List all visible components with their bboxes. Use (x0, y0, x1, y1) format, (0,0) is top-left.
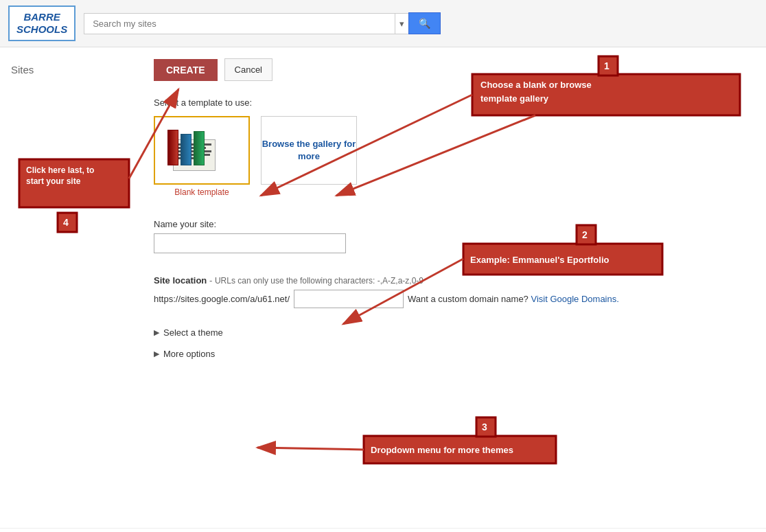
browse-template-card[interactable]: Browse the gallery for more (261, 116, 357, 185)
template-section: Select a template to use: (154, 97, 750, 197)
url-input[interactable] (294, 290, 404, 308)
more-options-chevron-icon: ▶ (154, 349, 159, 358)
more-options-header[interactable]: ▶ More options (154, 346, 750, 362)
sidebar: Sites (0, 47, 137, 528)
main-layout: Sites CREATE Cancel Select a template to… (0, 47, 766, 528)
theme-header[interactable]: ▶ Select a theme (154, 325, 750, 340)
theme-label: Select a theme (163, 327, 223, 338)
theme-section: ▶ Select a theme (154, 325, 750, 340)
more-options-section: ▶ More options (154, 346, 750, 362)
search-container: ▾ 🔍 (84, 12, 441, 34)
content-area: CREATE Cancel Select a template to use: (137, 47, 766, 528)
browse-template-text: Browse the gallery for more (262, 138, 356, 163)
blank-template-icon (167, 123, 236, 178)
visit-google-domains-link[interactable]: Visit Google Domains. (531, 294, 618, 304)
footer: ©2016 Google | Report an Issue | Help Ce… (0, 528, 766, 532)
blank-template-wrapper: Blank template (154, 116, 250, 197)
more-options-label: More options (163, 349, 215, 359)
location-row: https://sites.google.com/a/u61.net/ Want… (154, 290, 750, 308)
location-label: Site location (154, 275, 207, 286)
search-dropdown-btn[interactable]: ▾ (395, 13, 408, 34)
sidebar-title: Sites (0, 58, 137, 81)
blank-template-label[interactable]: Blank template (154, 187, 250, 197)
logo-text: BARRESCHOOLS (16, 11, 67, 36)
theme-chevron-icon: ▶ (154, 328, 159, 337)
location-section: Site location - URLs can only use the fo… (154, 275, 750, 308)
url-hint: URLs can only use the following characte… (215, 276, 423, 286)
logo: BARRESCHOOLS (8, 5, 76, 41)
cancel-button[interactable]: Cancel (224, 58, 272, 81)
search-button[interactable]: 🔍 (408, 12, 441, 34)
custom-domain-text: Want a custom domain name? Visit Google … (408, 294, 619, 304)
action-bar: CREATE Cancel (154, 58, 750, 81)
name-label: Name your site: (154, 219, 750, 229)
template-row: Blank template Browse the gallery for mo… (154, 116, 750, 197)
url-prefix: https://sites.google.com/a/u61.net/ (154, 294, 290, 304)
search-input[interactable] (84, 13, 395, 34)
location-label-row: Site location - URLs can only use the fo… (154, 275, 750, 286)
create-button[interactable]: CREATE (154, 59, 218, 81)
template-label: Select a template to use: (154, 97, 750, 108)
blank-template-card[interactable] (154, 116, 250, 185)
name-section: Name your site: (154, 219, 750, 253)
top-bar: BARRESCHOOLS ▾ 🔍 (0, 0, 766, 47)
site-name-input[interactable] (154, 233, 346, 253)
location-dash: - (209, 275, 215, 286)
